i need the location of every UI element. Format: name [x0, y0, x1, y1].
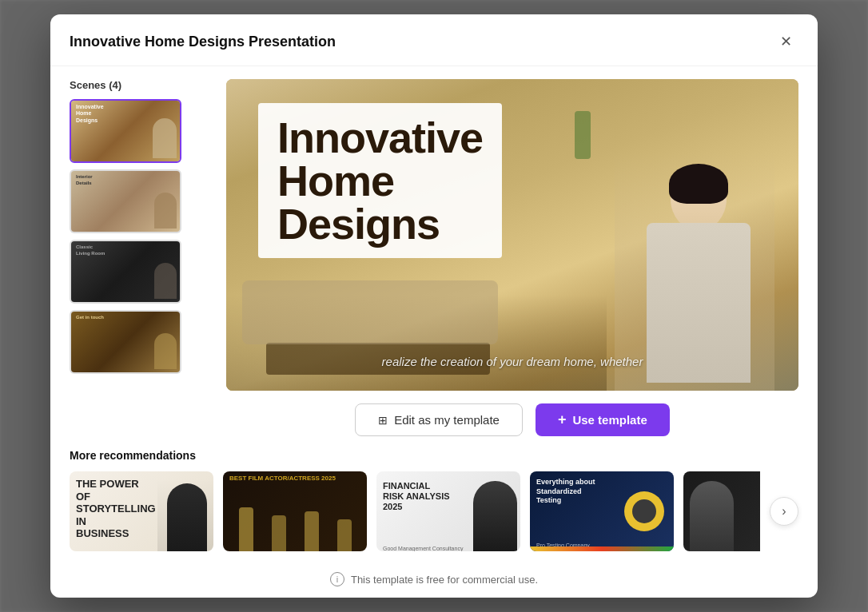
scene-2-avatar	[154, 193, 177, 229]
preview-title-line3: Designs	[277, 202, 483, 245]
rec-card-4-label: Everything aboutStandardizedTesting	[536, 478, 626, 506]
rec-card-5[interactable]: Inside OurFactory	[683, 471, 760, 551]
scene-thumbnails: InnovativeHomeDesigns InteriorDetails Cl…	[70, 99, 213, 374]
rec-card-1-label: THE POWER OF STORYTELLING IN BUSINESS	[76, 478, 140, 540]
rec-card-2[interactable]: BEST FILM ACTOR/ACTRESS 2025	[223, 471, 367, 551]
scene-3-avatar	[154, 263, 177, 299]
edit-icon: ⊞	[378, 414, 388, 427]
recommendations-section: More recommendations THE POWER OF STORYT…	[50, 449, 818, 564]
sofa	[242, 280, 498, 344]
scene-4-preview: Get in touch	[71, 312, 180, 372]
preview-subtitle: realize the creation of your dream home,…	[226, 355, 798, 368]
preview-title-line1: Innovative	[277, 116, 483, 159]
scene-2-text: InteriorDetails	[76, 174, 93, 187]
action-buttons: ⊞ Edit as my template + Use template	[226, 403, 798, 436]
scene-thumb-1[interactable]: InnovativeHomeDesigns	[70, 99, 181, 163]
rec-card-2-label: BEST FILM ACTOR/ACTRESS 2025	[229, 475, 336, 482]
recommendation-cards: THE POWER OF STORYTELLING IN BUSINESS BE…	[70, 471, 760, 551]
scene-1-preview: InnovativeHomeDesigns	[71, 101, 180, 161]
rec-card-1[interactable]: THE POWER OF STORYTELLING IN BUSINESS	[70, 471, 213, 551]
recommendations-title: More recommendations	[70, 449, 798, 462]
scenes-label: Scenes (4)	[70, 79, 213, 91]
close-icon: ✕	[780, 33, 792, 50]
scene-thumb-2[interactable]: InteriorDetails	[70, 169, 181, 233]
scene-4-text: Get in touch	[76, 315, 104, 321]
rec-card-4[interactable]: Everything aboutStandardizedTesting Pro …	[530, 471, 674, 551]
plant	[575, 111, 591, 159]
scene-thumb-4[interactable]: Get in touch	[70, 310, 181, 374]
modal-dialog: Innovative Home Designs Presentation ✕ S…	[50, 14, 818, 598]
scene-1-avatar	[153, 118, 177, 158]
modal-title: Innovative Home Designs Presentation	[70, 34, 336, 50]
recommendations-next-button[interactable]: ›	[770, 497, 798, 526]
scene-4-avatar	[154, 333, 177, 369]
footer-text: This template is free for commercial use…	[351, 574, 538, 586]
rec-card-5-person	[683, 479, 760, 551]
use-button-label: Use template	[572, 413, 647, 427]
plus-icon: +	[558, 411, 567, 428]
info-icon: i	[330, 572, 344, 586]
preview-title-block: Innovative Home Designs	[258, 103, 502, 258]
preview-image: Innovative Home Designs	[226, 79, 798, 391]
scene-2-preview: InteriorDetails	[71, 171, 180, 232]
rec-card-3-label: FINANCIALRISK ANALYSIS2025	[383, 481, 450, 513]
rec-card-3-person	[468, 479, 520, 551]
modal-header: Innovative Home Designs Presentation ✕	[50, 14, 818, 66]
use-template-button[interactable]: + Use template	[536, 403, 670, 436]
rec-card-4-bar	[530, 546, 674, 551]
scene-thumb-3[interactable]: ClassicLiving Room	[70, 240, 181, 304]
rec-card-3[interactable]: FINANCIALRISK ANALYSIS2025 Good Manageme…	[376, 471, 520, 551]
recommendations-row: THE POWER OF STORYTELLING IN BUSINESS BE…	[70, 471, 798, 551]
modal-footer: i This template is free for commercial u…	[50, 564, 818, 598]
rec-card-1-person	[157, 479, 213, 551]
edit-button-label: Edit as my template	[394, 413, 500, 427]
scene-3-preview: ClassicLiving Room	[71, 241, 180, 302]
modal-overlay: Innovative Home Designs Presentation ✕ S…	[0, 0, 868, 612]
scenes-panel: Scenes (4) InnovativeHomeDesigns Interio…	[70, 79, 213, 436]
rec-card-3-sub: Good Management Consultancy	[383, 546, 463, 551]
next-icon: ›	[782, 504, 786, 519]
scene-1-text: InnovativeHomeDesigns	[76, 104, 104, 124]
scene-3-text: ClassicLiving Room	[76, 244, 105, 257]
close-button[interactable]: ✕	[773, 29, 798, 54]
preview-title-line2: Home	[277, 159, 483, 202]
edit-template-button[interactable]: ⊞ Edit as my template	[355, 403, 523, 436]
rec-card-4-icon	[624, 491, 664, 531]
rec-card-2-figures	[223, 503, 367, 551]
modal-body: Scenes (4) InnovativeHomeDesigns Interio…	[50, 66, 818, 449]
main-preview-area: Innovative Home Designs	[226, 79, 798, 436]
